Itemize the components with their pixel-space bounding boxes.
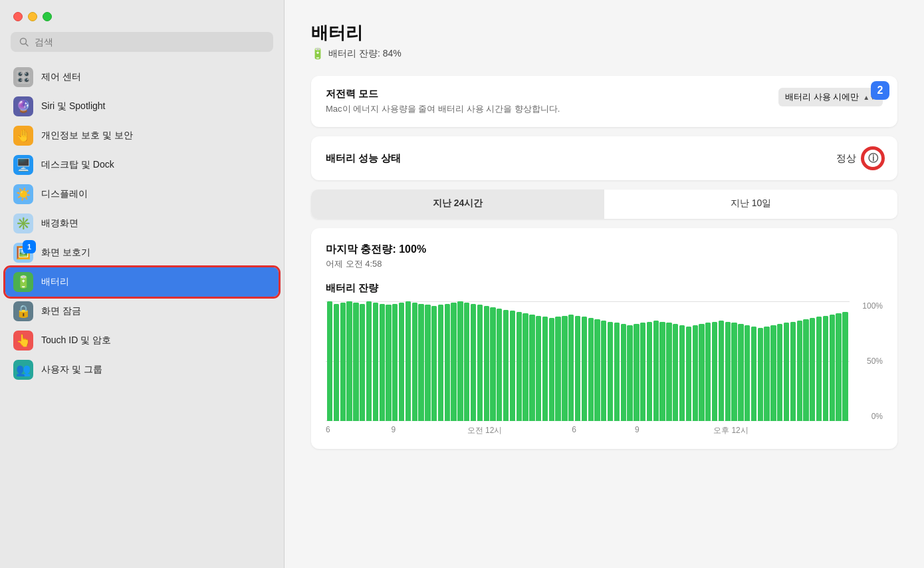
- chart-bar: [601, 321, 606, 421]
- chart-x-labels: 69오전 12시69오후 12시: [326, 425, 850, 438]
- chart-bar: [457, 301, 463, 421]
- close-button[interactable]: [13, 12, 23, 21]
- chart-bar: [770, 325, 776, 421]
- chart-bars: [326, 301, 850, 421]
- minimize-button[interactable]: [28, 12, 37, 21]
- sidebar-item-privacy-security[interactable]: 🤚개인정보 보호 및 보안: [5, 121, 279, 150]
- sidebar-icon-wrapper-siri-spotlight: 🔮: [13, 96, 33, 116]
- sidebar-item-battery[interactable]: 🔋배터리: [5, 267, 279, 297]
- chart-bar: [405, 301, 411, 421]
- chart-bar: [503, 310, 509, 421]
- chart-bars-wrapper: [326, 301, 850, 421]
- chart-bar: [438, 305, 443, 421]
- search-bar[interactable]: [11, 32, 273, 52]
- sidebar-icon-battery: 🔋: [13, 272, 33, 292]
- sidebar-label-touch-id: Touch ID 및 암호: [41, 335, 111, 347]
- tab-24h[interactable]: 지난 24시간: [311, 190, 604, 219]
- sidebar-item-wallpaper[interactable]: ✳️배경화면: [5, 209, 279, 238]
- maximize-button[interactable]: [43, 12, 52, 21]
- chart-bar: [360, 304, 365, 421]
- sidebar-icon-wrapper-touch-id: 👆: [13, 331, 33, 351]
- sidebar-item-users-groups[interactable]: 👥사용자 및 그룹: [5, 355, 279, 384]
- chart-bar: [666, 323, 671, 421]
- chart-bar: [334, 304, 339, 421]
- chart-bar: [830, 315, 835, 421]
- chart-bar: [823, 316, 828, 421]
- sidebar-icon-screen-lock: 🔒: [13, 301, 33, 321]
- sidebar-label-users-groups: 사용자 및 그룹: [41, 364, 102, 376]
- sidebar-item-desktop-dock[interactable]: 🖥️데스크탑 및 Dock: [5, 150, 279, 180]
- battery-health-label: 배터리 성능 상태: [326, 152, 401, 165]
- chart-bar: [549, 318, 554, 421]
- sidebar-badge-screen-saver: 1: [23, 240, 36, 253]
- page-title: 배터리: [311, 21, 897, 45]
- chart-bar: [542, 317, 548, 421]
- chart-bar: [810, 318, 815, 421]
- chart-bar: [764, 327, 769, 421]
- chart-bar: [445, 304, 450, 421]
- main-content: 배터리 🔋 배터리 잔량: 84% 저전력 모드 Mac이 에너지 사용량을 줄…: [285, 0, 924, 568]
- chart-bar: [490, 307, 495, 421]
- chart-x-label: 9: [392, 425, 396, 434]
- chart-bar: [640, 323, 645, 421]
- chart-bar: [575, 316, 580, 421]
- sidebar-icon-users-groups: 👥: [13, 360, 33, 380]
- chart-y-label: 0%: [871, 412, 883, 421]
- chart-bar: [562, 316, 567, 421]
- chart-bar: [836, 313, 841, 421]
- dropdown-value: 배터리 사용 시에만: [785, 91, 859, 103]
- chart-bar: [777, 324, 782, 421]
- sidebar-item-touch-id[interactable]: 👆Touch ID 및 암호: [5, 326, 279, 355]
- chart-bar: [497, 309, 502, 421]
- chart-bar: [431, 306, 437, 421]
- tab-10d[interactable]: 지난 10일: [604, 190, 897, 219]
- chart-bar: [340, 303, 346, 421]
- sidebar-icon-touch-id: 👆: [13, 331, 33, 351]
- sidebar-label-control-center: 제어 센터: [41, 71, 81, 83]
- chart-bar: [477, 305, 483, 421]
- chart-y-label: 100%: [862, 301, 883, 311]
- low-power-mode-card: 저전력 모드 Mac이 에너지 사용량을 줄여 배터리 사용 시간을 향상합니다…: [311, 76, 897, 127]
- sidebar-label-siri-spotlight: Siri 및 Spotlight: [41, 100, 105, 112]
- battery-level-text: 배터리 잔량: 84%: [328, 48, 402, 60]
- low-power-mode-label: 저전력 모드: [326, 88, 560, 100]
- tabs-container: 지난 24시간지난 10일: [311, 190, 897, 219]
- chart-bar: [816, 317, 822, 421]
- chart-bar: [784, 323, 789, 421]
- sidebar-item-siri-spotlight[interactable]: 🔮Siri 및 Spotlight: [5, 92, 279, 121]
- chart-bar: [738, 324, 743, 421]
- chart-bar: [751, 327, 756, 421]
- chart-bar: [536, 316, 541, 421]
- sidebar-list: 🎛️제어 센터🔮Siri 및 Spotlight🤚개인정보 보호 및 보안🖥️데…: [0, 60, 284, 568]
- sidebar-icon-wrapper-privacy-security: 🤚: [13, 126, 33, 146]
- chart-y-label: 50%: [867, 356, 883, 366]
- low-power-mode-dropdown[interactable]: 배터리 사용 시에만 ▲▼: [778, 88, 883, 106]
- chart-bar: [614, 323, 620, 421]
- chart-bar: [725, 322, 731, 421]
- sidebar-item-screen-saver[interactable]: 🖼️1화면 보호기: [5, 238, 279, 267]
- low-power-mode-info: 저전력 모드 Mac이 에너지 사용량을 줄여 배터리 사용 시간을 향상합니다…: [326, 88, 560, 115]
- sidebar-item-screen-lock[interactable]: 🔒화면 잠금: [5, 297, 279, 326]
- search-input[interactable]: [35, 37, 265, 47]
- last-charge-pct: 마지막 충전량: 100%: [326, 243, 883, 257]
- battery-subtitle: 🔋 배터리 잔량: 84%: [311, 47, 897, 60]
- sidebar-item-control-center[interactable]: 🎛️제어 센터: [5, 63, 279, 92]
- step-badge-2: 2: [871, 81, 889, 100]
- chart-bar: [464, 303, 469, 421]
- chart-bar: [380, 304, 385, 421]
- chart-bar: [594, 319, 600, 421]
- chart-bar: [673, 324, 678, 421]
- sidebar-icon-siri-spotlight: 🔮: [13, 96, 33, 116]
- search-icon: [19, 37, 29, 47]
- chart-bar: [353, 303, 358, 421]
- sidebar-icon-wrapper-battery: 🔋: [13, 272, 33, 292]
- dropdown-wrapper: 배터리 사용 시에만 ▲▼ 2: [778, 88, 883, 106]
- battery-icon: 🔋: [311, 47, 324, 60]
- chart-x-label: 6: [572, 425, 576, 434]
- chart-bar: [568, 315, 574, 421]
- sidebar-item-display[interactable]: ☀️디스플레이: [5, 180, 279, 209]
- info-button[interactable]: ⓘ: [863, 148, 883, 168]
- sidebar-icon-wrapper-screen-saver: 🖼️1: [13, 243, 33, 263]
- sidebar-icon-control-center: 🎛️: [13, 67, 33, 87]
- chart-bar: [412, 303, 417, 421]
